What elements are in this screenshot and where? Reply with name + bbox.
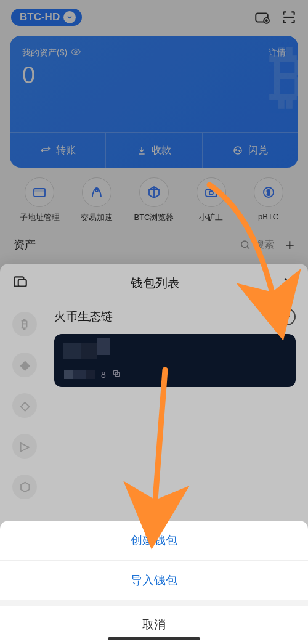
action-sheet: 创建钱包 导入钱包 取消	[0, 521, 308, 644]
cancel-label: 取消	[142, 617, 166, 633]
import-wallet-label: 导入钱包	[131, 573, 177, 589]
home-indicator	[108, 637, 200, 640]
import-wallet-option[interactable]: 导入钱包	[0, 560, 308, 600]
create-wallet-option[interactable]: 创建钱包	[0, 521, 308, 560]
create-wallet-label: 创建钱包	[131, 532, 177, 548]
action-sheet-spacer	[0, 600, 308, 606]
